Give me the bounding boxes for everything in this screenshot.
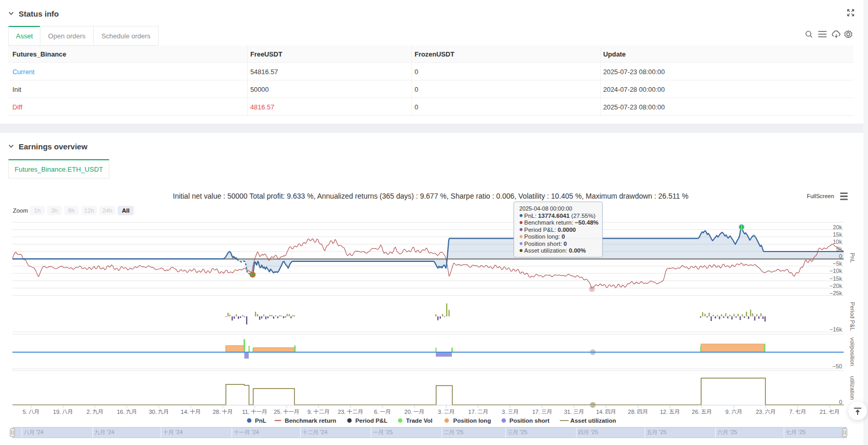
svg-text:'25: '25: [456, 429, 463, 435]
svg-text:−50: −50: [832, 363, 842, 369]
svg-text:3.: 3.: [438, 409, 443, 415]
svg-text:'24: '24: [251, 429, 259, 435]
svg-text:9.: 9.: [725, 409, 730, 415]
svg-text:'24: '24: [36, 429, 44, 435]
svg-text:12.: 12.: [660, 409, 668, 415]
svg-text:21.: 21.: [820, 409, 828, 415]
svg-text:30.: 30.: [149, 409, 156, 415]
svg-text:17.: 17.: [532, 409, 540, 415]
svg-text:Period P&L: Period P&L: [849, 302, 856, 331]
svg-text:23.: 23.: [756, 409, 763, 415]
svg-text:−25k: −25k: [830, 290, 843, 296]
svg-text:14.: 14.: [596, 409, 604, 415]
svg-text:Position long: Position long: [453, 418, 491, 424]
svg-text:Position long: 0: Position long: 0: [524, 233, 565, 240]
svg-text:Asset utilization: Asset utilization: [571, 418, 616, 424]
svg-text:11.: 11.: [242, 409, 249, 415]
svg-text:−20k: −20k: [830, 283, 843, 289]
svg-text:'24: '24: [175, 429, 182, 435]
svg-text:'25: '25: [591, 429, 598, 435]
svg-text:−16k: −16k: [830, 326, 843, 332]
svg-text:6.: 6.: [374, 409, 379, 415]
svg-text:'24: '24: [320, 429, 328, 435]
svg-text:10k: 10k: [833, 239, 842, 245]
svg-text:Asset utilization: 0.00%: Asset utilization: 0.00%: [524, 247, 586, 254]
svg-text:'25: '25: [730, 429, 737, 435]
svg-text:Benchmark return: Benchmark return: [285, 418, 336, 424]
svg-text:2025-04-08 00:00:00: 2025-04-08 00:00:00: [519, 205, 572, 212]
svg-text:'25: '25: [386, 429, 393, 435]
svg-text:20k: 20k: [833, 224, 842, 230]
svg-text:23.: 23.: [338, 409, 346, 415]
svg-text:PnL: PnL: [255, 418, 266, 424]
svg-text:15k: 15k: [833, 231, 842, 238]
svg-text:'25: '25: [659, 429, 666, 435]
svg-text:−5k: −5k: [833, 260, 843, 267]
svg-text:20.: 20.: [404, 409, 412, 415]
svg-text:25.: 25.: [274, 409, 282, 415]
svg-text:Position short: Position short: [509, 418, 549, 424]
svg-text:31.: 31.: [564, 409, 572, 415]
svg-text:'24: '24: [107, 429, 114, 435]
svg-text:7.: 7.: [789, 409, 794, 415]
svg-text:28.: 28.: [213, 409, 221, 415]
svg-text:9.: 9.: [307, 409, 312, 415]
svg-text:'25: '25: [520, 429, 527, 435]
svg-text:PnL: PnL: [849, 253, 856, 263]
svg-text:5.: 5.: [23, 409, 27, 415]
svg-text:Benchmark return: −50.48%: Benchmark return: −50.48%: [524, 219, 599, 226]
svg-text:Position short: 0: Position short: 0: [524, 241, 567, 247]
svg-text:19.: 19.: [53, 409, 61, 415]
svg-text:utilization: utilization: [849, 376, 856, 400]
svg-text:PnL: 13774.6041 (27.55%): PnL: 13774.6041 (27.55%): [524, 213, 596, 219]
svg-text:−15k: −15k: [830, 275, 843, 282]
svg-text:28.: 28.: [628, 409, 636, 415]
svg-text:vol/position: vol/position: [849, 337, 856, 366]
svg-text:Period P&L: 0.0000: Period P&L: 0.0000: [524, 227, 576, 233]
svg-text:14.: 14.: [181, 409, 189, 415]
svg-text:3.: 3.: [502, 409, 506, 415]
svg-text:2.: 2.: [87, 409, 91, 415]
svg-text:16.: 16.: [117, 409, 125, 415]
svg-text:Period P&L: Period P&L: [355, 418, 388, 424]
svg-text:17.: 17.: [468, 409, 476, 415]
svg-text:0: 0: [839, 253, 842, 259]
svg-text:5k: 5k: [836, 246, 842, 252]
svg-text:Trade Vol: Trade Vol: [406, 418, 433, 424]
svg-text:26.: 26.: [692, 409, 700, 415]
svg-text:−10k: −10k: [830, 268, 843, 274]
svg-text:'25: '25: [798, 429, 805, 435]
svg-text:0: 0: [839, 399, 842, 405]
